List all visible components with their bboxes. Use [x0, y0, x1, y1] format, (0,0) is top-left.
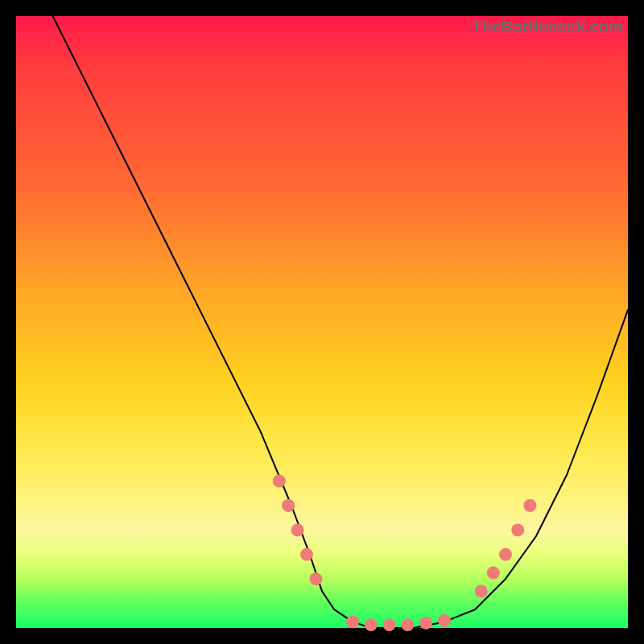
curve-group — [53, 16, 628, 628]
curve-svg — [16, 16, 628, 628]
data-marker — [475, 584, 488, 597]
data-marker — [419, 617, 432, 630]
data-marker — [273, 475, 286, 488]
data-marker — [346, 615, 359, 628]
data-marker — [438, 614, 451, 627]
data-marker — [365, 618, 378, 631]
data-marker — [523, 499, 536, 512]
data-marker — [383, 618, 396, 631]
plot-area: TheBottleneck.com — [16, 16, 628, 628]
data-marker — [282, 499, 295, 512]
data-marker — [309, 572, 322, 585]
data-marker — [291, 523, 304, 536]
marker-group — [273, 475, 537, 632]
data-marker — [300, 548, 313, 561]
chart-frame: TheBottleneck.com — [0, 0, 644, 644]
data-marker — [401, 618, 414, 631]
data-marker — [511, 523, 524, 536]
data-marker — [487, 567, 500, 580]
data-marker — [499, 548, 512, 561]
bottleneck-curve — [53, 16, 628, 628]
